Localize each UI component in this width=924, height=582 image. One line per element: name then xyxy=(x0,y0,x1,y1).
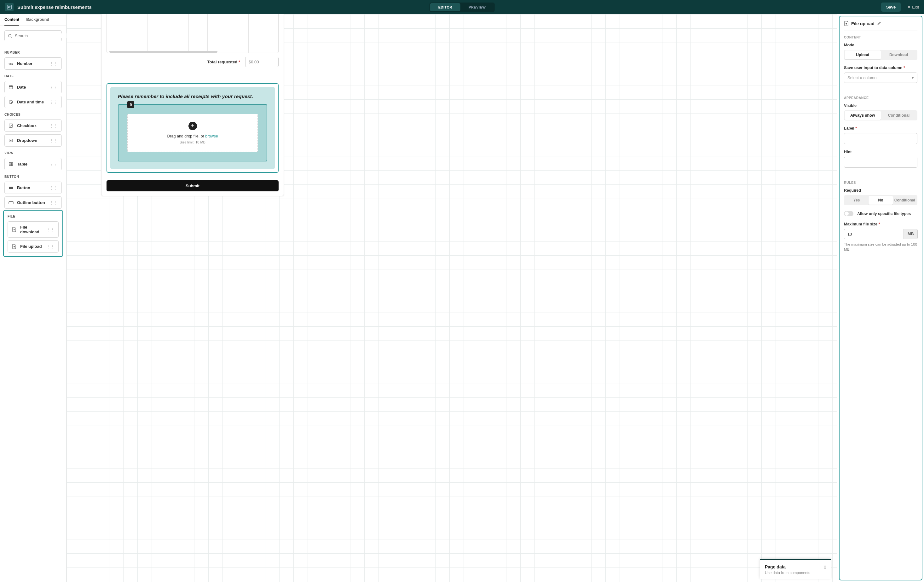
hint-field-label: Hint xyxy=(844,150,917,154)
upload-component-selected[interactable]: Please remember to include all receipts … xyxy=(107,83,279,173)
chevron-down-icon: ▾ xyxy=(912,75,914,80)
divider xyxy=(107,76,279,76)
resize-handle-icon[interactable] xyxy=(823,565,827,569)
drag-handle-icon: ⋮⋮ xyxy=(49,61,58,66)
component-outline-button[interactable]: Outline button ⋮⋮ xyxy=(4,197,62,209)
component-label: Table xyxy=(17,162,49,167)
component-button[interactable]: Button ⋮⋮ xyxy=(4,182,62,194)
drag-handle-icon: ⋮⋮ xyxy=(49,185,58,190)
drag-handle-icon: ⋮⋮ xyxy=(49,138,58,143)
label-input[interactable] xyxy=(844,133,917,144)
label-field-label: Label * xyxy=(844,126,917,131)
tab-editor[interactable]: EDITOR xyxy=(430,3,460,12)
max-size-label: Maximum file size * xyxy=(844,222,917,227)
max-size-input-group: MB xyxy=(844,229,917,239)
page-data-panel[interactable]: Page data Use data from components xyxy=(760,559,831,579)
close-icon: ✕ xyxy=(907,5,911,10)
sidebar-right: File upload CONTENT Mode Upload Download… xyxy=(837,14,924,582)
section-content: CONTENT xyxy=(844,35,917,39)
tab-content[interactable]: Content xyxy=(4,14,19,26)
tab-background[interactable]: Background xyxy=(26,14,49,26)
divider xyxy=(904,4,904,10)
visible-conditional[interactable]: Conditional xyxy=(881,111,917,120)
component-label: Date xyxy=(17,85,49,89)
total-input[interactable] xyxy=(245,57,279,67)
delete-button[interactable] xyxy=(127,101,134,108)
drag-handle-icon: ⋮⋮ xyxy=(49,162,58,167)
save-column-select[interactable]: Select a column ▾ xyxy=(844,73,917,83)
section-date: DATE xyxy=(4,74,62,78)
visible-always[interactable]: Always show xyxy=(845,111,881,120)
svg-rect-21 xyxy=(9,202,13,204)
component-table[interactable]: Table ⋮⋮ xyxy=(4,158,62,170)
required-yes[interactable]: Yes xyxy=(845,196,868,205)
section-file-highlighted: FILE File download ⋮⋮ File upload ⋮⋮ xyxy=(3,210,63,257)
component-label: Button xyxy=(17,185,49,190)
component-label: File upload xyxy=(20,244,46,249)
properties-title: File upload xyxy=(851,21,874,26)
sidebar-tabs: Content Background xyxy=(0,14,66,26)
search-input[interactable] xyxy=(4,30,62,41)
form-card[interactable]: Total requested * Please remember to inc… xyxy=(101,14,284,196)
submit-button[interactable]: Submit xyxy=(107,180,279,191)
sidebar-left: Content Background NUMBER 123 Number ⋮⋮ … xyxy=(0,14,66,582)
browse-link[interactable]: browse xyxy=(205,134,218,139)
component-checkbox[interactable]: Checkbox ⋮⋮ xyxy=(4,119,62,132)
topbar-actions: Save ✕ Exit xyxy=(881,3,919,12)
component-file-download[interactable]: File download ⋮⋮ xyxy=(8,222,59,238)
component-file-upload[interactable]: File upload ⋮⋮ xyxy=(8,240,59,253)
component-label: Outline button xyxy=(17,200,49,205)
form-table[interactable] xyxy=(107,14,279,53)
section-appearance: APPEARANCE xyxy=(844,96,917,100)
section-button: BUTTON xyxy=(4,175,62,179)
drag-handle-icon: ⋮⋮ xyxy=(49,200,58,205)
exit-button[interactable]: ✕ Exit xyxy=(907,5,919,10)
number-icon: 123 xyxy=(8,61,13,66)
required-no[interactable]: No xyxy=(868,196,893,205)
drag-handle-icon: ⋮⋮ xyxy=(46,227,55,232)
required-label: Required xyxy=(844,188,917,193)
divider xyxy=(844,90,917,90)
mode-upload[interactable]: Upload xyxy=(845,50,881,59)
topbar: Submit expense reimbursements EDITOR PRE… xyxy=(0,0,924,14)
add-icon[interactable]: + xyxy=(188,122,197,130)
page-data-subtitle: Use data from components xyxy=(765,570,826,575)
save-button[interactable]: Save xyxy=(881,3,901,12)
search-field[interactable] xyxy=(15,33,68,38)
component-date-time[interactable]: Date and time ⋮⋮ xyxy=(4,96,62,108)
component-label: File download xyxy=(20,225,46,234)
component-number[interactable]: 123 Number ⋮⋮ xyxy=(4,57,62,69)
properties-header: File upload xyxy=(844,21,917,31)
required-conditional[interactable]: Conditional xyxy=(893,196,917,205)
component-label: Dropdown xyxy=(17,138,49,143)
upload-dropzone-outer: + Drag and drop file, or browse Size lim… xyxy=(118,104,267,161)
component-label: Date and time xyxy=(17,100,49,104)
max-size-input[interactable] xyxy=(844,229,904,239)
allow-types-row: Allow only specific file types xyxy=(844,211,917,216)
max-size-help: The maximum size can be adjusted up to 1… xyxy=(844,242,917,252)
app-icon xyxy=(5,3,13,12)
table-icon xyxy=(8,161,13,167)
hint-input[interactable] xyxy=(844,157,917,168)
svg-rect-14 xyxy=(9,139,13,142)
canvas[interactable]: Total requested * Please remember to inc… xyxy=(66,14,837,582)
section-choices: CHOICES xyxy=(4,112,62,116)
svg-rect-1 xyxy=(8,6,11,7)
button-icon xyxy=(8,185,13,190)
drag-handle-icon: ⋮⋮ xyxy=(49,100,58,105)
svg-rect-2 xyxy=(8,7,10,8)
table-scrollbar[interactable] xyxy=(109,51,276,53)
mode-label: Mode xyxy=(844,43,917,47)
file-download-icon xyxy=(12,227,17,232)
mode-tabs: EDITOR PREVIEW xyxy=(429,3,495,12)
mode-download[interactable]: Download xyxy=(881,50,917,59)
visible-toggle: Always show Conditional xyxy=(844,110,917,121)
allow-types-switch[interactable] xyxy=(844,211,853,216)
upload-dropzone[interactable]: + Drag and drop file, or browse Size lim… xyxy=(127,114,258,152)
exit-label: Exit xyxy=(912,5,919,10)
edit-icon[interactable] xyxy=(877,21,881,26)
component-date[interactable]: Date ⋮⋮ xyxy=(4,81,62,93)
tab-preview[interactable]: PREVIEW xyxy=(460,3,494,12)
svg-point-3 xyxy=(8,34,12,37)
component-dropdown[interactable]: Dropdown ⋮⋮ xyxy=(4,134,62,147)
